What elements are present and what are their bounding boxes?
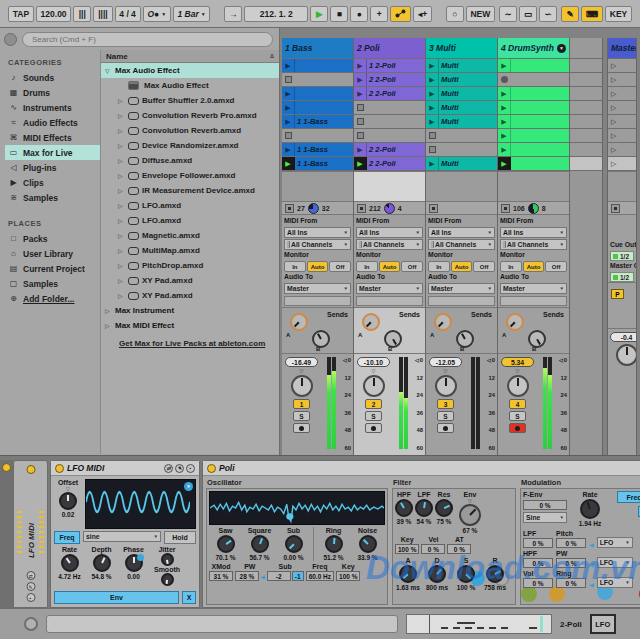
pw-value[interactable]: 28 % — [235, 571, 259, 581]
a-value[interactable]: 1.63 ms — [396, 584, 420, 591]
track-header-3-multi[interactable]: 3 Multi — [426, 38, 497, 58]
io-empty-field[interactable] — [284, 296, 351, 306]
clip-play-icon[interactable]: ▶ — [498, 115, 511, 128]
device-power-icon[interactable] — [26, 465, 35, 474]
browser-item-convolution-reverb-pro-amxd[interactable]: ▷Convolution Reverb Pro.amxd — [101, 108, 279, 123]
clip-stop-slot[interactable] — [282, 73, 353, 86]
tap-tempo-button[interactable]: TAP — [8, 6, 34, 22]
solo-button[interactable]: S — [293, 411, 310, 421]
browser-item-ir-measurement-device-amxd[interactable]: ▷IR Measurement Device.amxd — [101, 183, 279, 198]
empty-slot[interactable] — [570, 129, 602, 142]
clip-play-icon[interactable]: ▶ — [498, 157, 511, 170]
phase-value[interactable]: 0.00 — [127, 573, 140, 580]
map-button[interactable]: ⇄ — [164, 464, 173, 473]
audio-to-select[interactable]: Master▼ — [356, 283, 423, 294]
track-header-4-drumsynth[interactable]: 4 DrumSynth▼ — [498, 38, 569, 58]
browser-item-lfo-amxd[interactable]: ▷LFO.amxd — [101, 198, 279, 213]
stop-all-clips-button[interactable] — [429, 204, 438, 213]
device-title-bar[interactable]: LFO MIDI ⇄ ✎ ▪ — [51, 461, 199, 476]
pan-knob[interactable] — [507, 375, 529, 397]
browser-item-max-instrument[interactable]: ▷Max Instrument — [101, 303, 279, 318]
offset-knob[interactable] — [59, 492, 77, 510]
square-knob[interactable] — [251, 535, 269, 553]
noise-value[interactable]: 33.9 % — [357, 554, 377, 561]
track-activator-button[interactable]: 2 — [365, 399, 382, 409]
clip-slot[interactable]: ▶ — [498, 59, 569, 72]
sub-value-2[interactable]: -1 — [292, 571, 304, 581]
save-icon[interactable]: ▪ — [26, 593, 35, 602]
loop-button[interactable]: ▭ — [519, 6, 537, 22]
square-value[interactable]: 56.7 % — [249, 554, 269, 561]
browser-item-pitchdrop-amxd[interactable]: ▷PitchDrop.amxd — [101, 258, 279, 273]
s-value[interactable]: 100 % — [457, 584, 475, 591]
saw-value[interactable]: 70.1 % — [215, 554, 235, 561]
arrangement-position-display[interactable]: 212. 1. 2 — [244, 6, 308, 22]
play-button[interactable]: ▶ — [310, 6, 328, 22]
clip-play-icon[interactable]: ▶ — [354, 87, 367, 100]
browser-item-xy-pad-amxd[interactable]: ▷XY Pad.amxd — [101, 288, 279, 303]
places-item-current-project[interactable]: ▤Current Project — [5, 261, 100, 276]
mod-freq-button[interactable]: Freq — [617, 491, 640, 503]
clip-play-icon[interactable]: ▶ — [282, 157, 295, 170]
clip-play-icon[interactable]: ▶ — [354, 157, 367, 170]
collapsed-device-lfo-midi[interactable]: LFO MIDI ⇄ ✎ ▪ — [13, 460, 48, 608]
clip-slot[interactable]: ▶ — [282, 59, 353, 72]
empty-slot[interactable] — [570, 87, 602, 100]
hot-swap-icon[interactable]: ⇄ — [26, 571, 35, 580]
midi-from-input-select[interactable]: All Ins▼ — [428, 227, 495, 238]
midi-from-input-select[interactable]: All Ins▼ — [356, 227, 423, 238]
track-fold-icon[interactable]: ▼ — [557, 44, 566, 53]
places-item-packs[interactable]: □Packs — [5, 231, 100, 246]
clip-play-icon[interactable]: ▶ — [498, 129, 511, 142]
clip-play-icon[interactable]: ▶ — [426, 101, 439, 114]
time-signature-display[interactable]: 4 / 4 — [115, 6, 141, 22]
browser-item-max-audio-effect[interactable]: Max Audio Effect — [101, 78, 279, 93]
browser-item-convolution-reverb-amxd[interactable]: ▷Convolution Reverb.amxd — [101, 123, 279, 138]
track-activator-button[interactable]: 1 — [293, 399, 310, 409]
clip-play-icon[interactable]: ▶ — [426, 157, 439, 170]
monitor-off-button[interactable]: Off — [545, 261, 567, 272]
sidebar-item-samples[interactable]: ≋Samples — [5, 190, 100, 205]
clip-stop-slot[interactable] — [282, 129, 353, 142]
clip-slot[interactable]: ▶2 2-Poli — [354, 143, 425, 156]
mod-dest-select[interactable]: LFO▼ — [597, 537, 633, 548]
monitor-off-button[interactable]: Off — [473, 261, 495, 272]
punch-in-button[interactable]: ∼ — [499, 6, 517, 22]
clip-stop-slot[interactable] — [354, 115, 425, 128]
arm-button[interactable] — [365, 423, 382, 433]
track-activator-button[interactable]: 4 — [509, 399, 526, 409]
send-a-knob[interactable] — [434, 313, 452, 331]
freq-value[interactable]: 60.0 Hz — [306, 571, 334, 581]
hpf-value[interactable]: 39 % — [397, 518, 412, 525]
lfo-waveform-display[interactable]: ▼ — [85, 479, 196, 529]
audio-to-select[interactable]: Master▼ — [284, 283, 351, 294]
clip-slot[interactable]: ▶1 1-Bass — [282, 115, 353, 128]
clip-slot[interactable]: ▶ — [498, 143, 569, 156]
pw-value[interactable]: 0 % — [556, 558, 586, 568]
lfo-hold-button[interactable]: Hold — [164, 531, 196, 544]
monitor-off-button[interactable]: Off — [401, 261, 423, 272]
sidebar-item-midi-effects[interactable]: ⌘MIDI Effects — [5, 130, 100, 145]
s-knob[interactable] — [457, 565, 475, 583]
ring-knob[interactable] — [325, 535, 343, 553]
edit-button[interactable]: ✎ — [175, 464, 184, 473]
sub-value[interactable]: -2 — [267, 571, 291, 581]
pitch-value[interactable]: 0 % — [556, 538, 586, 548]
session-record-button[interactable]: ○ — [446, 6, 464, 22]
stop-all-clips-button[interactable] — [501, 204, 510, 213]
clip-slot[interactable]: ▶Multi — [426, 59, 497, 72]
master-volume-display[interactable]: -0.4 — [610, 332, 637, 342]
xmod-value[interactable]: 31 % — [209, 571, 233, 581]
empty-slot[interactable] — [570, 101, 602, 114]
scene-slot[interactable]: ▷ — [608, 143, 636, 156]
empty-slot[interactable] — [570, 115, 602, 128]
clip-slot[interactable]: ▶Multi — [426, 157, 497, 170]
midi-from-channel-select[interactable]: All Channels▼ — [500, 239, 567, 250]
clip-slot[interactable]: ▶ — [498, 157, 569, 170]
clip-play-icon[interactable]: ▶ — [282, 59, 295, 72]
saw-knob[interactable] — [217, 535, 235, 553]
device-power-button[interactable] — [55, 464, 64, 473]
clip-play-icon[interactable]: ▶ — [498, 143, 511, 156]
clip-play-icon[interactable]: ▶ — [282, 143, 295, 156]
stop-all-clips-button[interactable] — [285, 204, 294, 213]
